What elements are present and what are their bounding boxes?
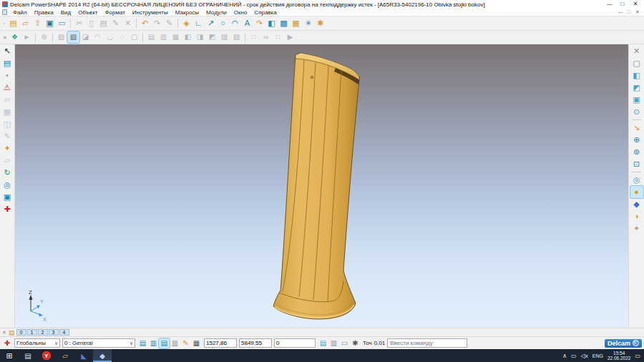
taskbar-notes-icon[interactable]: ▤ [19,349,37,362]
taskbar-powershape-icon[interactable]: ◆ [93,349,112,362]
zoom-in-out-icon[interactable]: ⊕ [630,134,643,146]
shaded-view-icon[interactable]: ● [630,186,643,198]
solid-revolve-icon[interactable]: ◠ [92,31,104,43]
position-icon[interactable]: ✱ [350,338,361,348]
coord-z-field[interactable] [274,338,316,348]
solid-subtract-icon[interactable]: ▥ [157,31,170,43]
feature-icon[interactable]: ▦ [290,18,302,29]
delete-icon[interactable]: ✕ [122,18,134,29]
solid-offset-icon[interactable]: ◩ [206,31,218,43]
copy-icon[interactable]: ▯ [85,18,97,29]
open-model-icon[interactable]: ▱ [19,18,31,29]
solid-trim-icon[interactable]: ◧ [182,31,194,43]
solid-box-icon[interactable]: ▧ [55,31,67,43]
action-center-icon[interactable]: ▭ [635,353,640,359]
sheets-tool-icon[interactable]: ▱ [1,155,14,167]
level-tab[interactable]: 3 [49,329,59,336]
assembly-icon[interactable]: ✳ [302,18,314,29]
tray-chevron-icon[interactable]: ∧ [562,353,567,359]
grid-icon[interactable]: ▦ [191,338,202,348]
solid-from-surface-icon[interactable]: ◪ [79,31,92,43]
circle-icon[interactable]: ○ [217,18,229,29]
solid-sweep-icon[interactable]: ◡ [104,31,116,43]
flag-icon[interactable]: ► [21,31,33,43]
appearance-tool-icon[interactable]: ✦ [1,142,14,155]
find-tool-icon[interactable]: ◎ [1,179,14,191]
close-levels-icon[interactable]: ✕ [1,330,7,336]
polyline-icon[interactable]: ↗ [205,18,217,29]
level-tab[interactable]: 1 [27,329,37,336]
print-icon[interactable]: ▭ [56,18,68,29]
arc-icon[interactable]: ◠ [229,18,241,29]
menu-item[interactable]: Макросы [172,9,203,16]
menu-item[interactable]: Вид [57,9,74,16]
select-view-icon[interactable]: ↘ [630,122,643,134]
sketch-tool-icon[interactable]: ✎ [1,130,14,142]
convert-tool-icon[interactable]: ↻ [1,167,14,179]
solid-shell-icon[interactable]: ▨ [218,31,230,43]
new-model-icon[interactable]: ▤ [7,18,19,29]
paste-icon[interactable]: ▤ [97,18,109,29]
model-3d[interactable] [273,53,359,319]
surface-icon[interactable]: ◧ [265,18,278,29]
intelligent-cursor-icon[interactable]: ▤ [318,338,328,348]
taskbar-cad-icon[interactable]: ◣ [74,349,93,362]
tray-volume-muted-icon[interactable]: ◁x [581,353,588,359]
edit-sketch-icon[interactable]: ✎ [163,18,175,29]
menu-item[interactable]: Формат [101,9,128,16]
minimize-button[interactable]: — [603,0,616,9]
close-views-icon[interactable]: ✕ [630,45,643,57]
viewport-3d[interactable]: Z Y X [15,44,628,328]
level-select[interactable]: 0 : General ∨ [62,338,135,348]
save-icon[interactable]: ▣ [44,18,56,29]
solid-extrude-icon[interactable]: ▧ [67,31,79,43]
workplane-select[interactable]: Глобальны ∨ [14,338,60,348]
mdi-close-button[interactable]: ✕ [633,9,642,15]
restore-button[interactable]: □ [616,0,629,9]
workplane-icon[interactable]: ◈ [180,18,192,29]
level-display4-icon[interactable]: ▥ [170,338,180,348]
view-shaded-wire-icon[interactable]: ◩ [630,82,643,94]
tray-language[interactable]: ENG [592,353,603,358]
workplane-axes-icon[interactable]: ✚ [2,339,12,347]
menu-item[interactable]: Справка [250,9,280,16]
menu-item[interactable]: Файл [9,9,31,16]
level-tab[interactable]: 2 [38,329,48,336]
level-display3-icon[interactable]: ▤ [159,338,170,348]
wizard-icon[interactable]: ✱ [314,18,326,29]
select-tool-icon[interactable]: ↖ [1,45,14,57]
block-tool-icon[interactable]: ▦ [1,106,14,118]
command-input[interactable] [387,338,467,348]
shadow-view-icon[interactable]: ✦ [630,222,643,235]
solid-morph-icon[interactable]: ▧ [230,31,243,43]
taskbar-explorer-icon[interactable]: ▱ [56,349,74,362]
solid-preview-icon[interactable]: ▶ [284,31,296,43]
menu-item[interactable]: Модули [203,9,230,16]
compare-models-icon[interactable]: ❖ [9,31,21,43]
tray-network-icon[interactable]: ▭ [571,353,577,359]
level-tab[interactable]: 0 [16,329,26,336]
multi-view-icon[interactable]: ⊙ [630,106,643,118]
import-icon[interactable]: ⇧ [31,18,44,29]
redo-icon[interactable]: ↷ [151,18,163,29]
add-solid-icon[interactable]: ⊕ [38,31,50,43]
surface-tool-icon[interactable]: ▱ [1,94,14,106]
start-button[interactable]: ⊞ [0,349,19,362]
solid-union-icon[interactable]: ▤ [145,31,157,43]
tray-clock[interactable]: 15:54 22.06.2022 [608,351,631,361]
text-icon[interactable]: A [241,18,253,29]
style-icon[interactable]: ✎ [180,338,191,348]
block2-tool-icon[interactable]: ◫ [1,118,14,130]
coord-x-field[interactable] [204,338,237,348]
toolbar-grip[interactable]: • [1,69,14,82]
cut-icon[interactable]: ✂ [73,18,85,29]
solid-split-icon[interactable]: ∷ [272,31,284,43]
warning-icon[interactable]: ⚠ [1,82,14,94]
dynamic-section-icon[interactable]: ◆ [630,198,643,210]
close-button[interactable]: ✕ [629,0,642,9]
solid-icon[interactable]: ▩ [278,18,290,29]
toolbar-grip[interactable]: ∘ [1,18,7,29]
menu-item[interactable]: Окно [230,9,251,16]
mdi-minimize-button[interactable]: — [616,9,625,15]
solid-group-icon[interactable]: ∷ [248,31,260,43]
